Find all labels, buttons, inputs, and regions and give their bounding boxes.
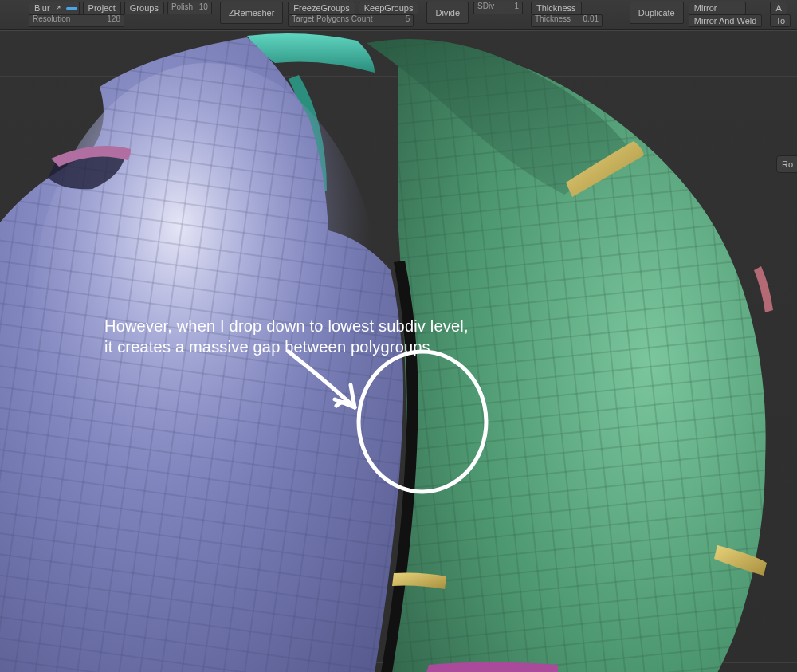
blur-project-group: Blur ↗ Project Groups Polish 10 Resoluti… [29, 2, 212, 27]
a-to-group: A To [770, 2, 791, 27]
zremesher-button[interactable]: ZRemesher [220, 2, 283, 24]
sdiv-label: SDiv [477, 2, 494, 10]
thickness-slider[interactable]: Thickness 0.01 [531, 14, 603, 27]
mirror-button[interactable]: Mirror [689, 2, 746, 14]
freeze-groups-button[interactable]: FreezeGroups [288, 2, 355, 14]
groups-button[interactable]: Groups [124, 2, 164, 14]
blur-label: Blur [34, 4, 50, 13]
polish-label: Polish [171, 3, 193, 11]
polygroup-under-magenta [426, 662, 558, 673]
duplicate-button[interactable]: Duplicate [630, 2, 684, 24]
polygroup-trim-rose [754, 266, 773, 312]
keep-groups-button[interactable]: KeepGroups [359, 2, 419, 14]
to-button[interactable]: To [770, 14, 791, 27]
thickness-slider-value: 0.01 [583, 15, 599, 23]
sdiv-slider[interactable]: SDiv 1 [473, 2, 523, 14]
target-polygons-value: 5 [406, 15, 410, 23]
viewport[interactable]: However, when I drop down to lowest subd… [0, 30, 797, 672]
wireframe-purple [0, 37, 403, 672]
thickness-slider-label: Thickness [535, 15, 571, 23]
resolution-slider[interactable]: Resolution 128 [29, 14, 124, 27]
polish-slider[interactable]: Polish 10 [167, 2, 212, 14]
resolution-value: 128 [107, 15, 120, 23]
blur-button[interactable]: Blur ↗ [29, 2, 80, 14]
divide-button[interactable]: Divide [426, 2, 469, 24]
mesh-render [0, 31, 797, 672]
blur-arrow-icon: ↗ [55, 4, 61, 13]
toolbar: Blur ↗ Project Groups Polish 10 Resoluti… [0, 0, 797, 30]
sdiv-value: 1 [514, 2, 519, 10]
thickness-group: Thickness Thickness 0.01 [531, 2, 603, 27]
freeze-keep-group: FreezeGroups KeepGroups Target Polygons … [288, 2, 418, 27]
resolution-label: Resolution [33, 15, 70, 23]
polish-value: 10 [199, 3, 208, 11]
mirror-group: Mirror Mirror And Weld [689, 2, 763, 27]
project-button[interactable]: Project [83, 2, 121, 14]
mirror-and-weld-button[interactable]: Mirror And Weld [689, 14, 763, 27]
target-polygons-slider[interactable]: Target Polygons Count 5 [288, 14, 414, 27]
a-button[interactable]: A [770, 2, 787, 14]
sdiv-group: SDiv 1 [473, 2, 523, 14]
side-panel-button[interactable]: Ro [776, 155, 797, 173]
target-polygons-label: Target Polygons Count [292, 15, 372, 23]
thickness-button[interactable]: Thickness [531, 2, 582, 14]
